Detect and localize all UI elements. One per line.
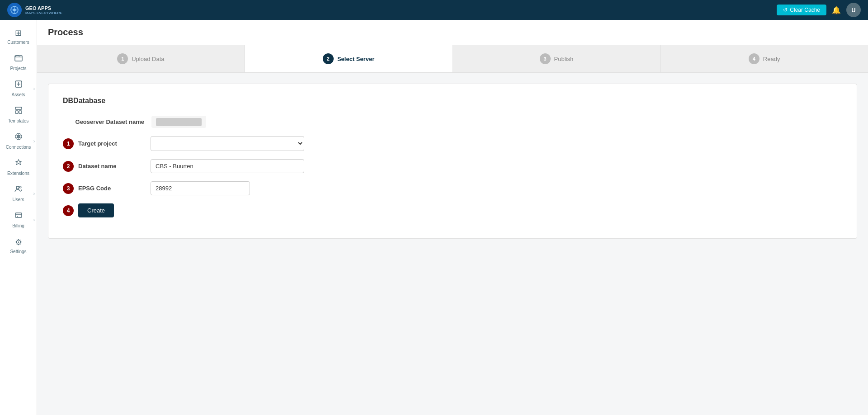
extensions-icon [14,159,23,169]
avatar[interactable]: U [846,3,861,17]
logo-icon [7,3,22,17]
svg-rect-9 [15,111,18,113]
svg-point-14 [16,186,19,189]
topnav-right: ↺ Clear Cache 🔔 U [777,3,861,17]
billing-icon [14,211,23,222]
settings-icon: ⚙ [15,237,22,247]
sidebar-item-connections[interactable]: Connections › [0,128,37,154]
users-chevron-icon: › [33,191,35,196]
step3-label: Publish [554,56,574,62]
assets-chevron-icon: › [33,86,35,91]
svg-point-15 [19,186,21,188]
form-container: DBDatabase Geoserver Dataset name ██████… [48,84,857,239]
target-project-row: 1 Target project [63,136,842,151]
geoserver-value: ██████████ [151,116,206,128]
billing-chevron-icon: › [33,217,35,222]
users-icon [14,185,23,195]
main-layout: ⊞ Customers Projects Assets [0,20,868,415]
create-button[interactable]: Create [78,203,114,217]
dataset-name-row: 2 Dataset name [63,159,842,173]
step1-number: 1 [117,53,128,64]
step4-number: 4 [749,53,760,64]
notification-bell-icon[interactable]: 🔔 [832,6,841,14]
step2-label: Select Server [337,56,374,62]
dataset-name-label: Dataset name [78,163,146,170]
epsg-code-row: 3 EPSG Code [63,181,842,195]
svg-rect-16 [15,213,22,217]
customers-icon: ⊞ [15,28,22,38]
page-title: Process [48,27,857,38]
sidebar-item-assets[interactable]: Assets › [0,75,37,102]
geoserver-label: Geoserver Dataset name [63,118,144,125]
sidebar-label-settings: Settings [10,249,26,254]
badge-4: 4 [63,205,74,216]
epsg-code-label: EPSG Code [78,185,146,192]
step-select-server[interactable]: 2 Select Server [245,45,453,72]
geoserver-row: Geoserver Dataset name ██████████ [63,116,842,128]
create-row: 4 Create [63,203,842,217]
sidebar-label-users: Users [12,197,24,202]
logo-area: GEO APPS MAPS EVERYWHERE [7,3,62,17]
step2-number: 2 [323,53,334,64]
templates-icon [14,106,23,117]
step-ready[interactable]: 4 Ready [660,45,868,72]
badge-2: 2 [63,161,74,172]
sidebar-label-customers: Customers [7,40,29,45]
svg-rect-8 [15,107,22,109]
sidebar-item-settings[interactable]: ⚙ Settings [0,233,37,259]
connections-icon [14,132,23,143]
step-upload-data[interactable]: 1 Upload Data [37,45,245,72]
refresh-icon: ↺ [783,7,788,13]
sidebar-item-templates[interactable]: Templates [0,102,37,128]
topnav: GEO APPS MAPS EVERYWHERE ↺ Clear Cache 🔔… [0,0,868,20]
section-title: DBDatabase [63,97,842,105]
target-project-label: Target project [78,140,146,147]
sidebar-label-templates: Templates [8,118,29,123]
badge-3: 3 [63,183,74,194]
logo-text: GEO APPS MAPS EVERYWHERE [25,5,62,15]
sidebar-item-extensions[interactable]: Extensions [0,154,37,180]
target-project-select[interactable] [151,136,304,151]
svg-rect-10 [19,111,22,113]
sidebar: ⊞ Customers Projects Assets [0,20,37,415]
dataset-name-input[interactable] [151,159,304,173]
sidebar-item-billing[interactable]: Billing › [0,207,37,233]
sidebar-item-customers[interactable]: ⊞ Customers [0,24,37,49]
badge-1: 1 [63,138,74,149]
step4-label: Ready [763,56,780,62]
svg-rect-4 [15,56,22,61]
sidebar-label-assets: Assets [11,92,25,97]
assets-icon [14,80,23,90]
sidebar-label-projects: Projects [10,66,26,71]
sidebar-label-extensions: Extensions [7,171,29,176]
page-header: Process [37,20,868,45]
connections-chevron-icon: › [33,139,35,144]
sidebar-item-projects[interactable]: Projects [0,49,37,75]
stepper: 1 Upload Data 2 Select Server 3 Publish … [37,45,868,73]
projects-icon [14,54,23,64]
content-area: Process 1 Upload Data 2 Select Server 3 … [37,20,868,415]
step1-label: Upload Data [132,56,164,62]
step3-number: 3 [540,53,551,64]
clear-cache-button[interactable]: ↺ Clear Cache [777,5,826,15]
epsg-code-input[interactable] [151,181,250,195]
step-publish[interactable]: 3 Publish [453,45,661,72]
sidebar-label-connections: Connections [6,145,31,150]
sidebar-item-users[interactable]: Users › [0,180,37,207]
sidebar-label-billing: Billing [12,223,24,228]
